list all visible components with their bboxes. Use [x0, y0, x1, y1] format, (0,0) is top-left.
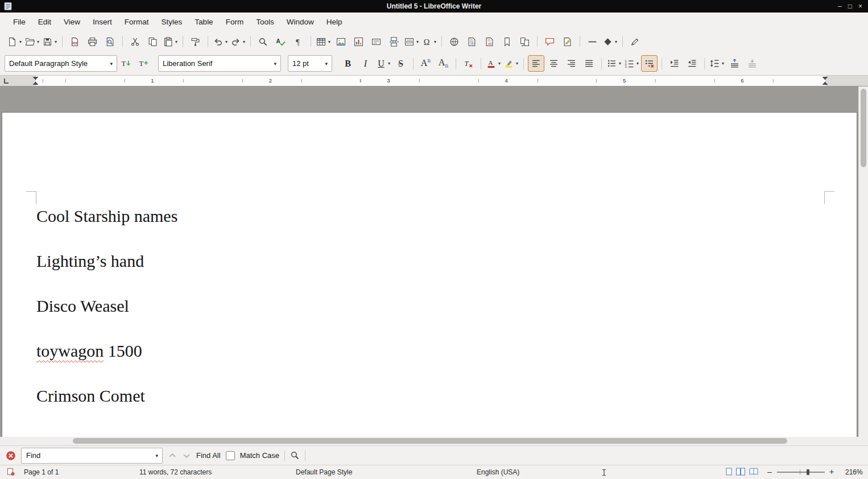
insert-mode-indicator[interactable] — [600, 469, 608, 478]
no-list-button[interactable] — [641, 55, 658, 72]
clone-formatting-button[interactable] — [187, 34, 204, 50]
insert-chart-button[interactable] — [350, 34, 367, 50]
minimize-button[interactable]: – — [838, 0, 842, 13]
vertical-scrollbar-thumb[interactable] — [861, 89, 866, 167]
italic-button[interactable]: I — [357, 55, 374, 72]
find-input-combobox[interactable]: ▾ — [21, 448, 163, 464]
open-button-dropdown[interactable]: ▾ — [37, 39, 39, 44]
vertical-scrollbar[interactable] — [858, 86, 868, 437]
menu-file[interactable]: File — [7, 14, 32, 30]
close-find-bar-button[interactable] — [6, 451, 16, 461]
font-color-button[interactable]: A▾ — [485, 55, 502, 72]
increase-paragraph-spacing-button[interactable] — [726, 55, 743, 72]
indent-marker[interactable] — [32, 76, 39, 88]
undo-button-dropdown[interactable]: ▾ — [225, 39, 228, 44]
insert-special-character-button[interactable]: Ω▾ — [421, 34, 437, 50]
strikethrough-button[interactable]: S — [392, 55, 409, 72]
menu-window[interactable]: Window — [280, 14, 320, 30]
insert-table-button-dropdown[interactable]: ▾ — [328, 39, 330, 44]
chevron-down-icon[interactable]: ▾ — [320, 61, 328, 67]
align-left-button[interactable] — [528, 55, 544, 72]
open-button[interactable]: ▾ — [24, 34, 40, 50]
word-count-status[interactable]: 11 words, 72 characters — [139, 468, 212, 476]
underline-button[interactable]: U▾ — [375, 55, 391, 72]
document-page[interactable]: Cool Starship namesLighting’s handDisco … — [2, 112, 857, 437]
insert-cross-reference-button[interactable] — [516, 34, 533, 50]
font-color-button-dropdown[interactable]: ▾ — [498, 61, 501, 66]
insert-footnote-button[interactable]: AB¹ — [464, 34, 480, 50]
tab-stop-selector[interactable] — [3, 77, 10, 87]
insert-table-button[interactable]: ▾ — [315, 34, 332, 50]
clear-formatting-button[interactable]: T — [460, 55, 477, 72]
right-indent-marker[interactable] — [821, 76, 829, 88]
subscript-button[interactable]: AB — [435, 55, 452, 72]
insert-textbox-button[interactable] — [368, 34, 385, 50]
justify-button[interactable] — [581, 55, 597, 72]
underline-button-dropdown[interactable]: ▾ — [388, 61, 390, 66]
superscript-button[interactable]: AB — [418, 55, 434, 72]
insert-bookmark-button[interactable] — [499, 34, 515, 50]
menu-edit[interactable]: Edit — [32, 14, 57, 30]
insert-field-button-dropdown[interactable]: ▾ — [416, 39, 419, 44]
update-style-button[interactable]: T — [118, 55, 134, 72]
book-view-button[interactable] — [749, 468, 758, 476]
insert-field-button[interactable]: ▾ — [403, 34, 420, 50]
document-modified-icon[interactable] — [7, 468, 15, 478]
new-document-button[interactable]: ▾ — [6, 34, 23, 50]
zoom-slider[interactable] — [777, 472, 825, 473]
misspelled-word[interactable]: toywagon — [36, 341, 104, 360]
insert-comment-button[interactable] — [542, 34, 558, 50]
font-size-combobox[interactable]: 12 pt ▾ — [288, 55, 332, 72]
basic-shapes-button[interactable]: ▾ — [602, 34, 618, 50]
align-right-button[interactable] — [563, 55, 580, 72]
new-style-button[interactable]: T — [135, 55, 152, 72]
page-number-status[interactable]: Page 1 of 1 — [24, 468, 59, 476]
line-spacing-button-dropdown[interactable]: ▾ — [722, 61, 724, 66]
insert-image-button[interactable] — [333, 34, 349, 50]
find-all-button[interactable]: Find All — [196, 451, 221, 460]
bold-button[interactable]: B — [340, 55, 356, 72]
zoom-level[interactable]: 216% — [845, 468, 863, 476]
match-case-checkbox[interactable] — [226, 451, 235, 460]
menu-tools[interactable]: Tools — [250, 14, 280, 30]
ordered-list-button[interactable]: 1.2.3.▾ — [623, 55, 640, 72]
redo-button[interactable]: ▾ — [230, 34, 246, 50]
menu-format[interactable]: Format — [118, 14, 155, 30]
undo-button[interactable]: ▾ — [212, 34, 229, 50]
track-changes-button[interactable] — [559, 34, 576, 50]
horizontal-ruler[interactable]: 123456 — [0, 76, 868, 86]
single-page-view-button[interactable] — [726, 468, 732, 476]
align-center-button[interactable] — [545, 55, 562, 72]
new-document-button-dropdown[interactable]: ▾ — [19, 39, 22, 44]
horizontal-scrollbar[interactable] — [0, 437, 868, 445]
paragraph[interactable]: Crimson Comet — [36, 385, 822, 406]
menu-styles[interactable]: Styles — [155, 14, 189, 30]
show-draw-functions-button[interactable] — [627, 34, 643, 50]
unordered-list-button[interactable]: ▾ — [606, 55, 622, 72]
redo-button-dropdown[interactable]: ▾ — [243, 39, 245, 44]
increase-indent-button[interactable] — [666, 55, 683, 72]
restore-button[interactable]: □ — [848, 0, 852, 13]
save-button[interactable]: ▾ — [42, 34, 58, 50]
language-status[interactable]: English (USA) — [477, 468, 519, 476]
horizontal-scrollbar-thumb[interactable] — [73, 438, 787, 444]
export-pdf-button[interactable]: PDF — [67, 34, 83, 50]
menu-insert[interactable]: Insert — [86, 14, 118, 30]
paste-button[interactable]: ▾ — [162, 34, 179, 50]
find-replace-button[interactable] — [255, 34, 271, 50]
multi-page-view-button[interactable] — [736, 468, 745, 476]
print-button[interactable] — [84, 34, 101, 50]
chevron-down-icon[interactable]: ▾ — [152, 453, 161, 459]
highlight-color-button[interactable]: ▾ — [503, 55, 519, 72]
close-button[interactable]: × — [858, 0, 862, 13]
insert-endnote-button[interactable]: AB¹ — [481, 34, 498, 50]
cut-button[interactable] — [127, 34, 143, 50]
zoom-out-button[interactable]: – — [767, 467, 772, 476]
page-style-status[interactable]: Default Page Style — [296, 468, 352, 476]
print-preview-button[interactable] — [102, 34, 118, 50]
insert-horizontal-line-button[interactable] — [584, 34, 601, 50]
spelling-button[interactable]: A — [272, 34, 289, 50]
paragraph[interactable]: Disco Weasel — [36, 295, 822, 316]
paragraph[interactable]: Cool Starship names — [36, 205, 822, 226]
highlight-color-button-dropdown[interactable]: ▾ — [516, 61, 518, 66]
